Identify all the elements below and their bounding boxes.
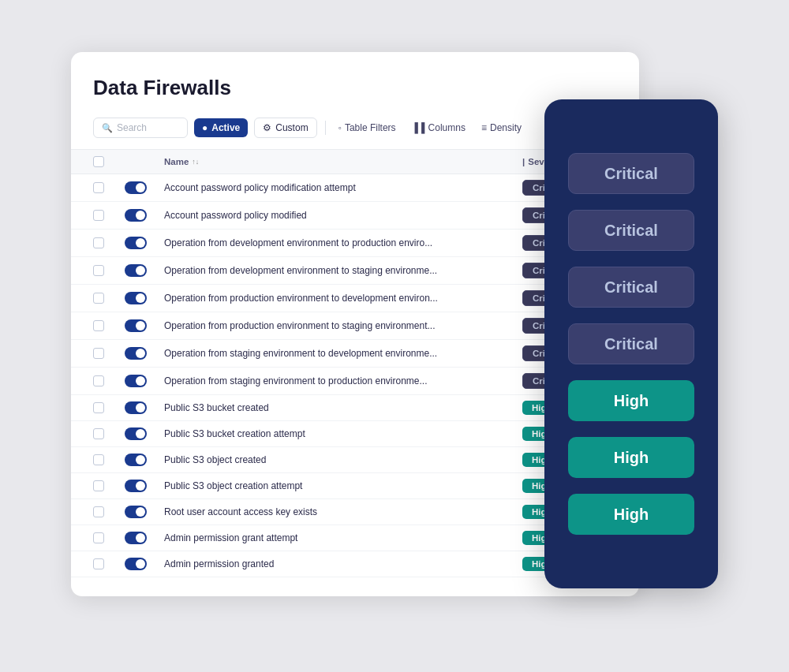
row-checkbox[interactable]: [93, 532, 104, 543]
row-checkbox-wrap[interactable]: [93, 237, 125, 248]
row-name: Operation from staging environment to pr…: [164, 375, 522, 386]
custom-tool-icon: ⚙: [263, 122, 271, 133]
row-toggle-wrap[interactable]: [125, 181, 164, 194]
row-toggle-wrap[interactable]: [125, 454, 164, 466]
row-checkbox-wrap[interactable]: [93, 506, 125, 517]
severity-badge-large[interactable]: High: [568, 494, 694, 535]
row-toggle-wrap[interactable]: [125, 532, 164, 544]
row-toggle[interactable]: [125, 264, 147, 277]
row-checkbox[interactable]: [93, 320, 104, 331]
row-checkbox[interactable]: [93, 558, 104, 569]
row-toggle-wrap[interactable]: [125, 319, 164, 332]
row-name: Public S3 bucket created: [164, 402, 522, 413]
severity-separator: |: [522, 157, 525, 166]
row-toggle[interactable]: [125, 558, 147, 570]
row-checkbox-wrap[interactable]: [93, 320, 125, 331]
active-dot-icon: ●: [202, 122, 208, 133]
row-toggle[interactable]: [125, 292, 147, 304]
row-checkbox[interactable]: [93, 454, 104, 465]
search-icon: 🔍: [102, 123, 113, 133]
row-checkbox[interactable]: [93, 402, 104, 413]
row-toggle-wrap[interactable]: [125, 347, 164, 360]
header-checkbox-wrap[interactable]: [93, 156, 125, 167]
columns-button[interactable]: ▐▐ Columns: [407, 118, 470, 137]
row-toggle[interactable]: [125, 319, 147, 332]
row-checkbox[interactable]: [93, 375, 104, 386]
density-label: Density: [490, 122, 522, 133]
columns-label: Columns: [428, 122, 466, 133]
row-toggle-wrap[interactable]: [125, 237, 164, 249]
row-checkbox-wrap[interactable]: [93, 402, 125, 413]
row-checkbox-wrap[interactable]: [93, 428, 125, 439]
severity-badge-large[interactable]: High: [568, 380, 694, 421]
severity-badge-large[interactable]: Critical: [568, 210, 694, 251]
row-checkbox-wrap[interactable]: [93, 182, 125, 193]
row-checkbox[interactable]: [93, 182, 104, 193]
density-button[interactable]: ≡ Density: [477, 118, 526, 137]
row-toggle[interactable]: [125, 506, 147, 518]
row-name: Public S3 bucket creation attempt: [164, 428, 522, 439]
table-filters-button[interactable]: ◦ Table Filters: [334, 118, 401, 137]
row-name: Root user account access key exists: [164, 506, 522, 517]
row-checkbox[interactable]: [93, 237, 104, 248]
row-toggle[interactable]: [125, 532, 147, 544]
row-name: Admin permission granted: [164, 558, 522, 569]
row-checkbox-wrap[interactable]: [93, 348, 125, 359]
row-name: Admin permission grant attempt: [164, 532, 522, 543]
row-checkbox-wrap[interactable]: [93, 265, 125, 276]
row-toggle[interactable]: [125, 401, 147, 414]
row-name: Operation from production environment to…: [164, 293, 522, 304]
row-checkbox[interactable]: [93, 428, 104, 439]
header-checkbox[interactable]: [93, 156, 104, 167]
row-toggle-wrap[interactable]: [125, 209, 164, 222]
active-button[interactable]: ● Active: [194, 118, 248, 137]
row-toggle-wrap[interactable]: [125, 480, 164, 492]
row-checkbox-wrap[interactable]: [93, 293, 125, 304]
row-checkbox[interactable]: [93, 210, 104, 221]
row-checkbox[interactable]: [93, 506, 104, 517]
row-toggle[interactable]: [125, 237, 147, 249]
row-checkbox[interactable]: [93, 348, 104, 359]
th-name[interactable]: Name ↑↓: [164, 157, 522, 166]
row-checkbox-wrap[interactable]: [93, 210, 125, 221]
filter-icon: ◦: [338, 122, 342, 133]
row-checkbox[interactable]: [93, 293, 104, 304]
toolbar-divider: [325, 121, 326, 135]
row-toggle-wrap[interactable]: [125, 264, 164, 277]
row-toggle[interactable]: [125, 454, 147, 466]
row-toggle[interactable]: [125, 209, 147, 222]
row-name: Account password policy modified: [164, 210, 522, 221]
columns-icon: ▐▐: [412, 122, 425, 133]
row-toggle-wrap[interactable]: [125, 401, 164, 414]
row-toggle-wrap[interactable]: [125, 375, 164, 387]
row-checkbox-wrap[interactable]: [93, 558, 125, 569]
severity-badge-large[interactable]: Critical: [568, 267, 694, 308]
active-label: Active: [211, 122, 240, 133]
row-toggle[interactable]: [125, 480, 147, 492]
row-checkbox-wrap[interactable]: [93, 480, 125, 491]
row-name: Public S3 object creation attempt: [164, 480, 522, 491]
density-icon: ≡: [481, 122, 487, 133]
row-checkbox-wrap[interactable]: [93, 375, 125, 386]
search-box[interactable]: 🔍 Search: [93, 118, 188, 138]
row-toggle-wrap[interactable]: [125, 427, 164, 440]
row-checkbox-wrap[interactable]: [93, 454, 125, 465]
row-checkbox-wrap[interactable]: [93, 532, 125, 543]
row-name: Account password policy modification att…: [164, 182, 522, 193]
severity-badge-large[interactable]: Critical: [568, 323, 694, 364]
row-name: Public S3 object created: [164, 454, 522, 465]
custom-button[interactable]: ⚙ Custom: [254, 118, 316, 138]
row-checkbox[interactable]: [93, 265, 104, 276]
row-checkbox[interactable]: [93, 480, 104, 491]
row-toggle[interactable]: [125, 181, 147, 194]
row-toggle[interactable]: [125, 347, 147, 360]
row-toggle-wrap[interactable]: [125, 558, 164, 570]
row-toggle[interactable]: [125, 375, 147, 387]
severity-badge-large[interactable]: High: [568, 437, 694, 478]
row-toggle-wrap[interactable]: [125, 292, 164, 304]
severity-badge-large[interactable]: Critical: [568, 153, 694, 194]
row-toggle-wrap[interactable]: [125, 506, 164, 518]
custom-label: Custom: [275, 122, 308, 133]
row-name: Operation from development environment t…: [164, 265, 522, 276]
row-toggle[interactable]: [125, 427, 147, 440]
